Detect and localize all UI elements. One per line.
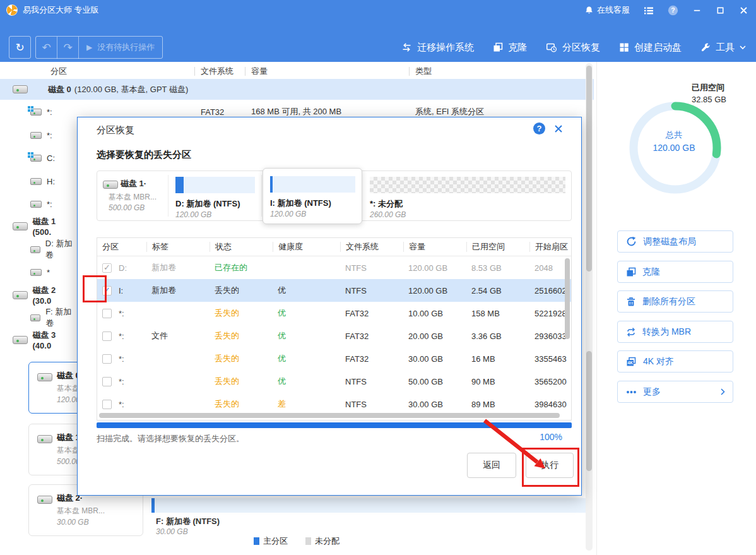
clone-disk-label: 克隆: [642, 266, 660, 278]
cell-status: 丢失的: [210, 398, 273, 410]
4k-align-icon: 4K: [626, 357, 637, 367]
donut-total-value: 120.00 GB: [633, 143, 715, 153]
header-filesystem: 文件系统: [340, 242, 403, 252]
strip-block-size: 260.00 GB: [370, 210, 406, 219]
disk2-partition-label: F: 新加卷 (NTFS): [156, 516, 220, 527]
execute-pending-button[interactable]: ▶ 没有待执行操作: [79, 42, 162, 53]
disk0-info: (120.00 GB, 基本盘, GPT 磁盘): [74, 84, 188, 95]
title-bar: 易我分区大师 专业版 在线客服 ?: [0, 0, 756, 20]
help-icon: ?: [668, 5, 678, 16]
app-logo-icon: [6, 4, 18, 16]
strip-block-i-selected[interactable]: I: 新加卷 (NTFS) 120.00 GB: [263, 168, 362, 224]
toolbar: ↻ ↶ ↷ ▶ 没有待执行操作 迁移操作系统 克隆 分区恢复 创建启动盘 工: [0, 20, 756, 62]
cell-fs: NTFS: [340, 377, 403, 386]
adjust-disk-layout-button[interactable]: 调整磁盘布局: [617, 230, 733, 253]
cell-label: 新加卷: [146, 285, 210, 296]
cell-status: 丢失的: [210, 307, 273, 319]
efi-partition-name: *:: [47, 107, 52, 117]
help-button[interactable]: ?: [668, 4, 678, 15]
trash-icon: [626, 297, 636, 307]
tree-row-partition[interactable]: *:: [0, 126, 76, 145]
undo-icon: ↶: [42, 42, 50, 54]
create-boot-disk-button[interactable]: 创建启动盘: [619, 42, 682, 54]
disk-icon: [37, 496, 52, 504]
minimize-button[interactable]: [692, 5, 702, 15]
cell-status: 丢失的: [210, 376, 273, 387]
table-row-lost[interactable]: *: 丢失的 优 NTFS 50.00 GB 90 MB 3565200: [97, 370, 571, 393]
adjust-layout-icon: [626, 236, 637, 247]
checkbox-unchecked[interactable]: [102, 309, 112, 318]
dialog-help-button[interactable]: ?: [533, 122, 545, 134]
cell-used: 16 MB: [466, 354, 529, 364]
online-service-label: 在线客服: [597, 4, 630, 16]
app-title: 易我分区大师 专业版: [23, 4, 99, 16]
cell-fs: FAT32: [340, 354, 403, 364]
tools-button[interactable]: 工具: [700, 42, 746, 54]
partition-recovery-label: 分区恢复: [562, 42, 600, 54]
tree-row-partition[interactable]: D: 新加卷: [0, 240, 76, 259]
clone-label: 克隆: [508, 42, 527, 54]
4k-align-button[interactable]: 4K 4K 对齐: [617, 350, 733, 373]
clone-button[interactable]: 克隆: [493, 42, 527, 54]
pending-operations-group: ↶ ↷ ▶ 没有待执行操作: [35, 36, 163, 59]
header-start-sector: 开始扇区: [529, 242, 571, 252]
table-row-lost[interactable]: *: 文件 丢失的 优 FAT32 20.00 GB 3.36 GB 29360…: [97, 325, 571, 347]
strip-block-size: 120.00 GB: [270, 210, 306, 218]
disk-icon: [37, 435, 52, 443]
tree-row-partition[interactable]: *: [0, 263, 76, 282]
table-row-d[interactable]: D: 新加卷 已存在的 NTFS 120.00 GB 8.53 GB 2048: [97, 256, 571, 279]
cell-capacity: 30.00 GB: [403, 400, 466, 409]
convert-to-mbr-button[interactable]: 转换为 MBR: [617, 321, 733, 343]
tree-row-partition[interactable]: C:: [0, 148, 76, 167]
strip-block-label: D: 新加卷 (NTFS): [175, 198, 240, 210]
tree-row-label: F: 新加卷: [45, 306, 76, 329]
migrate-os-button[interactable]: 迁移操作系统: [401, 42, 474, 54]
tree-row-partition[interactable]: *:: [0, 194, 76, 213]
tree-row-label: 磁盘 1 (500.: [33, 216, 76, 237]
tree-row-partition[interactable]: H:: [0, 172, 76, 191]
table-row-i-selected[interactable]: I: 新加卷 丢失的 优 NTFS 120.00 GB 2.54 GB 2516…: [97, 279, 571, 302]
online-service-button[interactable]: 在线客服: [584, 4, 630, 16]
cell-fs: NTFS: [340, 263, 403, 273]
main-scrollbar-thumb-top[interactable]: [586, 66, 592, 272]
dialog-close-button[interactable]: [554, 124, 563, 133]
cell-name: *:: [119, 354, 124, 364]
checkbox-checked-disabled[interactable]: [102, 263, 112, 273]
more-button[interactable]: 更多: [617, 381, 733, 403]
refresh-button[interactable]: ↻: [9, 36, 31, 59]
table-row-lost[interactable]: *: 丢失的 优 FAT32 10.00 GB 158 MB 5221928: [97, 302, 571, 325]
column-header-type: 类型: [415, 66, 432, 77]
delete-all-partitions-button[interactable]: 删除所有分区: [617, 290, 733, 313]
tree-row-disk2[interactable]: 磁盘 2 (30.0: [0, 285, 76, 304]
cell-health: 优: [273, 307, 340, 319]
disk-icon: [13, 222, 28, 230]
redo-button[interactable]: ↷: [57, 42, 78, 53]
redo-icon: ↷: [63, 42, 72, 54]
disk0-header-row[interactable]: 磁盘 0 (120.00 GB, 基本盘, GPT 磁盘): [0, 79, 594, 100]
tree-row-disk3[interactable]: 磁盘 3 (40.0: [0, 330, 76, 349]
maximize-icon: [716, 6, 725, 15]
clone-disk-button[interactable]: 克隆: [617, 261, 733, 283]
undo-button[interactable]: ↶: [36, 42, 57, 53]
table-row-lost[interactable]: *: 丢失的 优 FAT32 30.00 GB 16 MB 3355463: [97, 347, 571, 370]
checkbox-unchecked[interactable]: [102, 354, 112, 364]
cell-status: 已存在的: [210, 262, 273, 273]
checkbox-unchecked[interactable]: [102, 331, 112, 341]
main-scrollbar-thumb-bottom[interactable]: [586, 351, 592, 471]
disk2-partition-bar[interactable]: [151, 498, 590, 513]
tree-row-partition[interactable]: F: 新加卷: [0, 308, 76, 327]
chevron-down-icon: [740, 45, 746, 50]
cell-used: 89 MB: [466, 400, 529, 409]
close-button[interactable]: [739, 5, 748, 15]
partition-recovery-button[interactable]: 分区恢复: [546, 42, 600, 54]
checkbox-unchecked[interactable]: [102, 377, 112, 386]
svg-text:?: ?: [671, 6, 675, 14]
maximize-button[interactable]: [716, 5, 725, 15]
checkbox-unchecked[interactable]: [102, 400, 112, 409]
tree-row-disk1[interactable]: 磁盘 1 (500.: [0, 217, 76, 236]
table-vertical-scrollbar[interactable]: [565, 258, 570, 339]
table-row-lost[interactable]: *: 丢失的 差 NTFS 30.00 GB 89 MB 3984630: [97, 393, 571, 415]
tree-row-label: 磁盘 3 (40.0: [33, 330, 76, 350]
cell-fs: NTFS: [340, 400, 403, 409]
operation-list-button[interactable]: [644, 5, 654, 15]
